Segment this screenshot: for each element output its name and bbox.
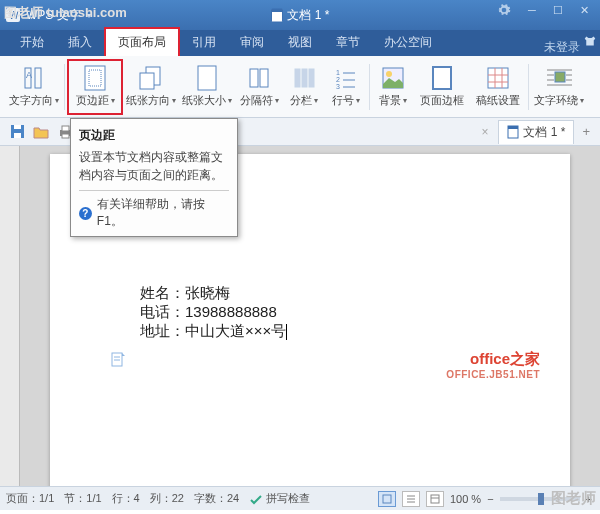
minimize-button[interactable]: ─ xyxy=(520,0,544,20)
svg-rect-39 xyxy=(14,133,21,138)
status-page[interactable]: 页面：1/1 xyxy=(6,491,54,506)
paper-size-button[interactable]: 纸张大小▾ xyxy=(179,59,235,115)
svg-rect-51 xyxy=(383,495,391,503)
svg-rect-25 xyxy=(433,67,451,89)
svg-rect-14 xyxy=(295,69,300,87)
spellcheck-icon xyxy=(249,492,263,506)
statusbar: 页面：1/1 节：1/1 行：4 列：22 字数：24 拼写检查 100 % −… xyxy=(0,486,600,510)
status-spellcheck[interactable]: 拼写检查 xyxy=(266,491,310,506)
ribbon: A 文字方向▾ 页边距▾ 纸张方向▾ 纸张大小▾ 分隔符▾ 分栏▾ 123 行号… xyxy=(0,56,600,118)
svg-rect-3 xyxy=(271,9,282,12)
status-col[interactable]: 列：22 xyxy=(150,491,184,506)
svg-rect-12 xyxy=(250,69,258,87)
text-wrap-button[interactable]: 文字环绕▾ xyxy=(531,59,587,115)
watermark-tl: 图老师 tulaoshi.com xyxy=(4,4,127,22)
page-start-icon xyxy=(110,352,126,368)
tab-view[interactable]: 视图 xyxy=(276,29,324,56)
tab-insert[interactable]: 插入 xyxy=(56,29,104,56)
doc-line-2: 电话：13988888888 xyxy=(140,303,530,322)
orientation-button[interactable]: 纸张方向▾ xyxy=(123,59,179,115)
zoom-out-icon[interactable]: − xyxy=(487,493,493,505)
svg-rect-43 xyxy=(62,134,69,138)
svg-rect-6 xyxy=(35,68,41,88)
document-tab[interactable]: 文档 1 * xyxy=(498,120,574,144)
svg-rect-11 xyxy=(198,66,216,90)
background-button[interactable]: 背景▾ xyxy=(372,59,414,115)
svg-text:2: 2 xyxy=(336,76,340,83)
doc-title: 文档 1 * xyxy=(287,7,329,24)
margins-button[interactable]: 页边距▾ xyxy=(67,59,123,115)
tab-home[interactable]: 开始 xyxy=(8,29,56,56)
tab-review[interactable]: 审阅 xyxy=(228,29,276,56)
doc-line-3: 地址：中山大道×××号 xyxy=(140,322,530,341)
login-status[interactable]: 未登录 xyxy=(544,39,580,56)
text-cursor xyxy=(286,324,287,340)
tooltip-body: 设置本节文档内容或整篇文档内容与页面之间的距离。 xyxy=(79,148,229,191)
new-tab-icon[interactable]: + xyxy=(582,124,590,139)
margins-tooltip: 页边距 设置本节文档内容或整篇文档内容与页面之间的距离。 ? 有关详细帮助，请按… xyxy=(70,118,238,237)
svg-rect-42 xyxy=(62,126,69,131)
tab-references[interactable]: 引用 xyxy=(180,29,228,56)
svg-text:3: 3 xyxy=(336,83,340,89)
help-icon: ? xyxy=(79,207,92,220)
doc-icon xyxy=(270,8,283,23)
save-icon[interactable] xyxy=(6,121,28,143)
breaks-button[interactable]: 分隔符▾ xyxy=(235,59,283,115)
page-border-button[interactable]: 页面边框 xyxy=(414,59,470,115)
vertical-ruler xyxy=(0,146,20,486)
svg-text:A: A xyxy=(26,70,32,80)
doc-line-1: 姓名：张晓梅 xyxy=(140,284,530,303)
svg-rect-16 xyxy=(309,69,314,87)
svg-rect-55 xyxy=(431,495,439,503)
skin-icon[interactable] xyxy=(584,35,596,47)
tab-section[interactable]: 章节 xyxy=(324,29,372,56)
close-button[interactable]: ✕ xyxy=(572,0,596,20)
text-direction-button[interactable]: A 文字方向▾ xyxy=(6,59,62,115)
status-section[interactable]: 节：1/1 xyxy=(64,491,101,506)
svg-rect-13 xyxy=(260,69,268,87)
tab-workspace[interactable]: 办公空间 xyxy=(372,29,444,56)
status-row[interactable]: 行：4 xyxy=(112,491,140,506)
zoom-level[interactable]: 100 % xyxy=(450,493,481,505)
svg-rect-47 xyxy=(508,126,518,129)
tab-close-placeholder: × xyxy=(481,125,488,139)
svg-point-24 xyxy=(386,71,392,77)
svg-rect-40 xyxy=(14,125,21,129)
settings-icon[interactable] xyxy=(494,0,518,20)
menubar: 开始 插入 页面布局 引用 审阅 视图 章节 办公空间 未登录 xyxy=(0,30,600,56)
svg-rect-15 xyxy=(302,69,307,87)
watermark-office: office之家 OFFICE.JB51.NET xyxy=(446,350,540,380)
open-icon[interactable] xyxy=(30,121,52,143)
svg-text:1: 1 xyxy=(336,69,340,76)
line-numbers-button[interactable]: 123 行号▾ xyxy=(325,59,367,115)
tab-page-layout[interactable]: 页面布局 xyxy=(104,27,180,56)
svg-rect-31 xyxy=(555,72,565,82)
watermark-br: 图老师 xyxy=(551,489,596,508)
tooltip-help: ? 有关详细帮助，请按F1。 xyxy=(79,196,229,230)
manuscript-button[interactable]: 稿纸设置 xyxy=(470,59,526,115)
columns-button[interactable]: 分栏▾ xyxy=(283,59,325,115)
view-web[interactable] xyxy=(426,491,444,507)
view-outline[interactable] xyxy=(402,491,420,507)
svg-rect-26 xyxy=(488,68,508,88)
svg-rect-10 xyxy=(140,73,154,89)
view-print-layout[interactable] xyxy=(378,491,396,507)
status-words[interactable]: 字数：24 xyxy=(194,491,239,506)
tooltip-title: 页边距 xyxy=(79,127,229,144)
maximize-button[interactable]: ☐ xyxy=(546,0,570,20)
